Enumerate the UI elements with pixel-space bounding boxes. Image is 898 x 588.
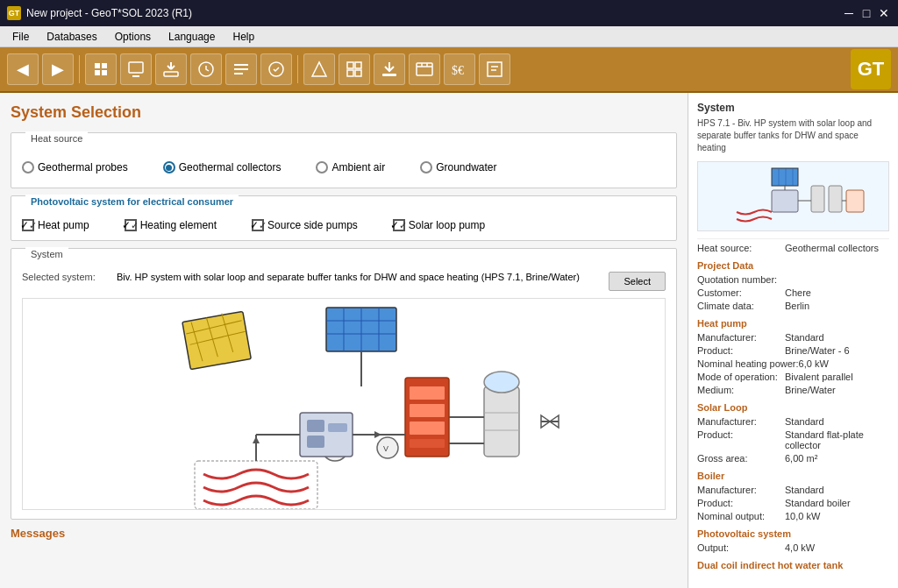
checkbox-source-side-pumps[interactable]: ✓ Source side pumps	[252, 219, 358, 231]
right-hp-product-value: Brine/Water - 6	[785, 345, 850, 356]
radio-label-ambient: Ambient air	[331, 161, 385, 174]
svg-text:$€: $€	[452, 64, 464, 77]
checkbox-solar-loop-box: ✓	[393, 219, 405, 231]
checkbox-label-heat-pump: Heat pump	[38, 219, 89, 231]
svg-rect-27	[410, 422, 445, 435]
right-heat-source-label: Heat source:	[697, 243, 785, 253]
radio-geothermal-probes[interactable]: Geothermal probes	[22, 161, 128, 174]
right-dual-coil-title: Dual coil indirect hot water tank	[697, 560, 889, 570]
toolbar-btn-12[interactable]	[409, 53, 440, 85]
toolbar-btn-8[interactable]	[260, 53, 292, 85]
right-thumbnail	[697, 161, 889, 231]
title-bar-controls: ─ □ ✕	[842, 6, 891, 20]
right-pv-title: Photovoltaic system	[697, 528, 889, 539]
radio-circle-ambient	[316, 161, 328, 174]
svg-rect-25	[410, 386, 445, 400]
svg-rect-26	[410, 404, 445, 417]
svg-rect-28	[410, 439, 445, 448]
hp-product-row: Product: Brine/Water - 6	[697, 345, 889, 356]
svg-marker-47	[253, 436, 260, 443]
sl-manufacturer-row: Manufacturer: Standard	[697, 416, 889, 427]
checkbox-source-side-box: ✓	[252, 219, 264, 231]
right-hp-medium-value: Brine/Water	[785, 385, 836, 395]
svg-marker-46	[374, 431, 381, 438]
menu-options[interactable]: Options	[106, 29, 160, 45]
toolbar-btn-9[interactable]	[303, 53, 335, 85]
forward-button[interactable]: ▶	[42, 53, 74, 85]
svg-rect-0	[129, 62, 143, 73]
customer-row: Customer: Chere	[697, 287, 889, 298]
toolbar-btn-11[interactable]	[374, 53, 405, 85]
right-solar-loop-title: Solar Loop	[697, 402, 889, 413]
right-sl-manufacturer-value: Standard	[785, 416, 824, 427]
right-customer-label: Customer:	[697, 287, 785, 298]
svg-rect-8	[382, 74, 396, 76]
maximize-button[interactable]: □	[859, 6, 873, 20]
boiler-product-row: Product: Standard boiler	[697, 498, 889, 508]
right-hp-nominal-label: Nominal heating power:	[697, 358, 799, 369]
radio-label-groundwater: Groundwater	[436, 161, 496, 174]
pv-options: ✓ Heat pump ✓ Heating element ✓ Source s…	[22, 219, 666, 231]
radio-circle-collectors	[163, 161, 175, 174]
sl-product-row: Product: Standard flat-plate collector	[697, 429, 889, 450]
right-heat-pump-title: Heat pump	[697, 318, 889, 329]
quotation-row: Quotation number:	[697, 274, 889, 285]
back-button[interactable]: ◀	[7, 53, 39, 85]
right-hp-manufacturer-label: Manufacturer:	[697, 332, 785, 343]
toolbar: ◀ ▶ $€ GT	[0, 47, 898, 93]
hp-nominal-row: Nominal heating power: 6,0 kW	[697, 358, 889, 369]
radio-geothermal-collectors[interactable]: Geothermal collectors	[163, 161, 282, 174]
toolbar-btn-3[interactable]	[85, 53, 117, 85]
right-system-desc: HPS 7.1 - Biv. HP system with solar loop…	[697, 117, 889, 154]
page-title: System Selection	[11, 103, 677, 122]
right-customer-value: Chere	[785, 287, 811, 298]
app-icon: GT	[7, 6, 21, 20]
radio-groundwater[interactable]: Groundwater	[420, 161, 496, 174]
checkbox-label-solar-loop: Solar loop pump	[409, 219, 485, 231]
radio-ambient-air[interactable]: Ambient air	[316, 161, 385, 174]
app-logo: GT	[851, 49, 891, 89]
toolbar-btn-6[interactable]	[190, 53, 222, 85]
svg-rect-36	[195, 461, 317, 509]
menu-language[interactable]: Language	[160, 29, 224, 45]
right-boiler-product-label: Product:	[697, 498, 785, 508]
right-hp-nominal-value: 6,0 kW	[799, 358, 829, 369]
toolbar-btn-14[interactable]	[479, 53, 510, 85]
menu-databases[interactable]: Databases	[38, 29, 105, 45]
system-section: System Selected system: Biv. HP system w…	[11, 248, 677, 520]
right-sl-product-label: Product:	[697, 429, 785, 450]
main-content: System Selection Heat source Geothermal …	[0, 93, 898, 588]
svg-rect-5	[355, 62, 361, 68]
checkbox-heat-pump[interactable]: ✓ Heat pump	[22, 219, 89, 231]
svg-text:V: V	[383, 444, 388, 453]
right-system-title: System	[697, 102, 889, 114]
menu-file[interactable]: File	[4, 29, 38, 45]
toolbar-btn-13[interactable]: $€	[444, 53, 475, 85]
pv-output-row: Output: 4,0 kW	[697, 542, 889, 553]
select-button[interactable]: Select	[609, 272, 666, 291]
svg-rect-6	[347, 70, 353, 76]
right-heat-source-value: Geothermal collectors	[785, 243, 879, 253]
checkbox-heating-element[interactable]: ✓ Heating element	[125, 219, 217, 231]
heat-source-label: Heat source	[25, 131, 88, 145]
radio-circle-probes	[22, 161, 34, 174]
system-label-row: Selected system: Biv. HP system with sol…	[22, 272, 580, 282]
svg-rect-38	[307, 420, 324, 432]
toolbar-btn-4[interactable]	[120, 53, 152, 85]
minimize-button[interactable]: ─	[842, 6, 856, 20]
toolbar-btn-10[interactable]	[339, 53, 370, 85]
right-pv-output-value: 4,0 kW	[785, 542, 815, 553]
checkbox-label-heating-element: Heating element	[140, 219, 217, 231]
checkbox-solar-loop-pump[interactable]: ✓ Solar loop pump	[393, 219, 485, 231]
close-button[interactable]: ✕	[877, 6, 891, 20]
svg-rect-37	[300, 413, 353, 457]
menu-bar: File Databases Options Language Help	[0, 26, 898, 47]
title-bar: GT New project - GeoT*SOL 2023 (R1) ─ □ …	[0, 0, 898, 26]
menu-help[interactable]: Help	[224, 29, 263, 45]
checkbox-label-source-side: Source side pumps	[267, 219, 358, 231]
right-boiler-title: Boiler	[697, 471, 889, 481]
toolbar-btn-5[interactable]	[155, 53, 187, 85]
system-diagram: P V	[22, 298, 666, 510]
toolbar-btn-7[interactable]	[225, 53, 257, 85]
hp-medium-row: Medium: Brine/Water	[697, 385, 889, 395]
